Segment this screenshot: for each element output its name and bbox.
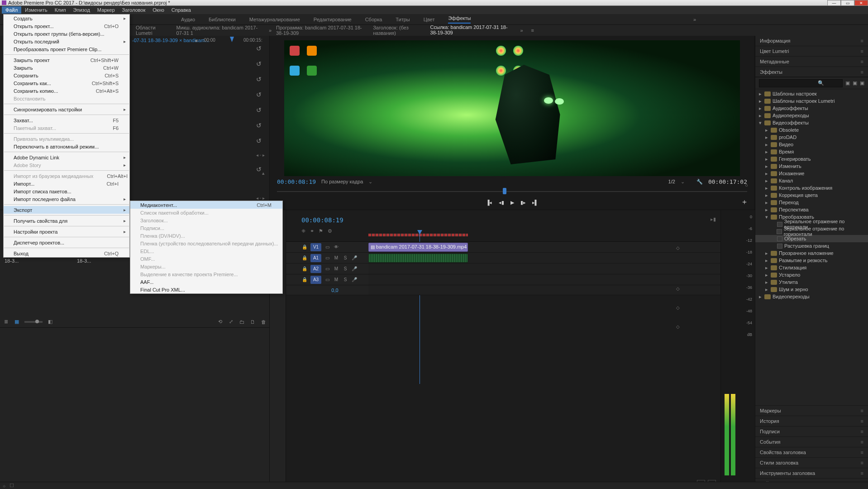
fx-badge-icon[interactable]: ▣ (853, 80, 857, 86)
kf-diamond[interactable]: ◇ (676, 245, 680, 250)
menu-item[interactable]: Импорт списка пакетов... (4, 187, 129, 195)
collapsed-panel-tab[interactable]: Маркеры≡ (755, 406, 868, 416)
res-chevron-icon[interactable]: ⌄ (681, 179, 685, 185)
program-viewer[interactable] (284, 40, 740, 176)
step-fwd-icon[interactable]: ▮▸ (520, 200, 526, 206)
collapsed-panel-tab[interactable]: Свойства заголовка≡ (755, 447, 868, 458)
menu-marker[interactable]: Маркер (94, 6, 119, 14)
new-item-icon[interactable]: 🗋 (249, 319, 256, 325)
effects-folder[interactable]: ▸Канал (755, 177, 868, 184)
effect-item[interactable]: Зеркальное отражение по горизонтали (755, 228, 868, 235)
sort-icon[interactable]: ◧ (47, 319, 53, 325)
collapsed-panel-tab[interactable]: Подписи≡ (755, 427, 868, 437)
effects-folder[interactable]: ▸Аудиопереходы (755, 112, 868, 119)
lock-icon[interactable]: 🔒 (301, 266, 308, 271)
tabs-overflow-mid[interactable]: » (520, 26, 523, 35)
workspace-assembly[interactable]: Сборка (365, 17, 382, 22)
effects-folder[interactable]: ▸Аудиоэффекты (755, 105, 868, 112)
expand-up-icon[interactable]: ▴ (262, 170, 265, 176)
menu-window[interactable]: Окно (149, 6, 168, 14)
menu-item[interactable]: ВыходCtrl+Q (4, 249, 129, 257)
tabs-overflow-left[interactable]: » (269, 26, 272, 35)
effects-folder[interactable]: ▸Устарело (755, 271, 868, 278)
effects-search-input[interactable] (759, 79, 843, 87)
menu-item[interactable]: Синхронизировать настройки (4, 105, 129, 113)
toggle-output-icon[interactable]: ▭ (324, 244, 330, 249)
effects-folder[interactable]: ▸Время (755, 148, 868, 155)
fit-chevron-icon[interactable]: ⌄ (368, 179, 372, 185)
workspace-effects[interactable]: Эффекты (448, 15, 471, 24)
submenu-item[interactable]: Final Cut Pro XML... (130, 286, 282, 293)
effects-folder[interactable]: ▸Видео (755, 141, 868, 148)
voice-icon[interactable]: 🎤 (351, 277, 358, 282)
menu-sequence[interactable]: Эпизод (70, 6, 94, 14)
menu-item[interactable]: Импорт...Ctrl+I (4, 180, 129, 187)
fx-badge-icon[interactable]: ▣ (845, 80, 850, 86)
zoom-plus-icon[interactable]: ＋ (741, 197, 748, 207)
toggle-output-icon[interactable]: ▭ (324, 266, 330, 271)
menu-item[interactable]: Захват...F5 (4, 116, 129, 124)
menu-item[interactable]: Переключить в автономный режим... (4, 143, 129, 150)
thumb-size-slider[interactable] (24, 321, 43, 323)
link-icon[interactable]: ⚭ (310, 228, 314, 234)
menu-file[interactable]: Файл (2, 6, 21, 14)
track-a2-label[interactable]: A2 (310, 265, 321, 273)
timeline-tc[interactable]: 00:00:08:19 (301, 216, 343, 224)
menu-item[interactable]: Adobe Dynamic Link (4, 153, 129, 161)
workspace-audio[interactable]: Аудио (181, 17, 195, 22)
mute-icon[interactable]: M (333, 277, 339, 282)
menu-item[interactable]: Открыть проект...Ctrl+O (4, 22, 129, 30)
menu-item[interactable]: Экспорт (4, 206, 129, 214)
menu-item[interactable]: Настройки проекта (4, 228, 129, 235)
lock-icon[interactable]: 🔒 (301, 244, 308, 249)
auto-match-icon[interactable]: ⟲ (217, 319, 223, 325)
voice-icon[interactable]: 🎤 (351, 266, 358, 271)
mute-icon[interactable]: M (333, 255, 339, 260)
master-zero[interactable]: 0,0 (286, 285, 368, 295)
effects-folder[interactable]: ▸Видеопереходы (755, 293, 868, 300)
menu-title[interactable]: Заголовок (119, 6, 149, 14)
loop-icon[interactable]: ↺ (256, 122, 265, 129)
export-submenu[interactable]: Медиаконтент...Ctrl+MСписок пакетной обр… (130, 201, 283, 294)
loop-icon[interactable]: ↺ (256, 60, 265, 67)
loop-icon[interactable]: ↺ (256, 137, 265, 144)
close-button[interactable]: ✕ (854, 0, 868, 6)
tab-info[interactable]: Информация≡ (755, 36, 868, 46)
solo-icon[interactable]: S (342, 266, 348, 271)
source-play-icon[interactable]: ▸ (196, 38, 198, 43)
tab-metadata[interactable]: Метаданные≡ (755, 57, 868, 67)
kf-diamond[interactable]: ◇ (676, 286, 680, 291)
loop-icon[interactable]: ↺ (256, 76, 265, 83)
loop-icon[interactable]: ↺ (256, 106, 265, 114)
effects-folder[interactable]: ▸Obsolete (755, 126, 868, 134)
panel-menu-program[interactable]: ≡ (531, 26, 534, 35)
clip-video[interactable]: ▤ bandicam 2017-07-31 18-38-19-309.mp4 [… (368, 243, 468, 252)
collapsed-panel-tab[interactable]: Инструменты заголовка≡ (755, 468, 868, 479)
list-view-icon[interactable]: ≣ (3, 319, 9, 325)
effects-folder[interactable]: ▸Коррекция цвета (755, 192, 868, 199)
source-playhead[interactable] (230, 37, 234, 42)
settings-icon[interactable]: ⚙ (328, 228, 332, 234)
loop-icon[interactable]: ↺ (256, 45, 265, 52)
workspace-titles[interactable]: Титры (396, 17, 410, 22)
program-scrubber[interactable] (277, 188, 747, 195)
submenu-item[interactable]: Медиаконтент...Ctrl+M (130, 201, 282, 209)
kf-diamond[interactable]: ◇ (676, 324, 680, 329)
menu-help[interactable]: Справка (168, 6, 195, 14)
effects-folder[interactable]: ▸Шаблоны настроек (755, 90, 868, 97)
lock-icon[interactable]: 🔒 (301, 255, 308, 260)
effects-folder[interactable]: ▾Видеоэффекты (755, 119, 868, 126)
menu-item[interactable]: Открыть проект группы (бета-версия)... (4, 30, 129, 38)
effects-folder[interactable]: ▸proDAD (755, 134, 868, 141)
collapsed-panel-tab[interactable]: Стили заголовка≡ (755, 458, 868, 468)
delete-icon[interactable]: 🗑 (260, 319, 267, 325)
tab-lumetri-color[interactable]: Цвет Lumetri≡ (755, 46, 868, 57)
menu-item[interactable]: Закрыть проектCtrl+Shift+W (4, 56, 129, 64)
effects-folder[interactable]: ▸Прозрачное наложение (755, 249, 868, 257)
effects-folder[interactable]: ▸Перспектива (755, 206, 868, 213)
menu-item[interactable]: Сохранить как...Ctrl+Shift+S (4, 79, 129, 87)
marker-icon[interactable]: ⚑ (319, 228, 323, 234)
effects-folder[interactable]: ▸Стилизация (755, 264, 868, 271)
effects-folder[interactable]: ▸Шаблоны настроек Lumetri (755, 97, 868, 105)
workspace-metalogging[interactable]: Метажурналирование (249, 17, 300, 22)
